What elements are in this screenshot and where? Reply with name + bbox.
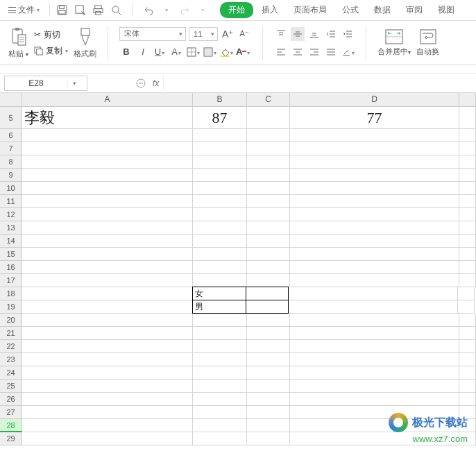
tab-page-layout[interactable]: 页面布局 bbox=[287, 2, 334, 18]
cell[interactable] bbox=[22, 380, 193, 393]
align-right-icon[interactable] bbox=[307, 45, 321, 59]
cell[interactable] bbox=[247, 142, 290, 155]
border-button[interactable] bbox=[186, 45, 200, 59]
row-header[interactable]: 9 bbox=[0, 169, 22, 182]
cell[interactable]: 女 bbox=[192, 287, 246, 300]
tab-view[interactable]: 视图 bbox=[431, 2, 461, 18]
row-header[interactable]: 15 bbox=[0, 248, 22, 261]
row-header[interactable]: 25 bbox=[0, 380, 22, 393]
row-header[interactable]: 18 bbox=[0, 287, 22, 300]
cell[interactable] bbox=[290, 380, 459, 393]
row-header[interactable]: 10 bbox=[0, 182, 22, 195]
cell[interactable]: 87 bbox=[193, 107, 247, 129]
redo-dropdown[interactable]: ▾ bbox=[196, 4, 209, 17]
cell[interactable] bbox=[247, 195, 290, 208]
fx-icon[interactable]: fx bbox=[153, 78, 159, 88]
cell[interactable] bbox=[193, 353, 247, 366]
cell[interactable] bbox=[459, 195, 476, 208]
cell[interactable] bbox=[247, 235, 290, 248]
cell[interactable] bbox=[193, 274, 247, 287]
cell[interactable]: 李毅 bbox=[22, 107, 193, 129]
cell[interactable] bbox=[22, 248, 193, 261]
auto-wrap-button[interactable]: 自动换 bbox=[416, 29, 439, 57]
bold-button[interactable]: B bbox=[119, 45, 133, 59]
cell[interactable] bbox=[459, 327, 476, 340]
cell[interactable] bbox=[459, 353, 476, 366]
cell[interactable] bbox=[247, 129, 290, 142]
cell[interactable] bbox=[290, 274, 459, 287]
cell[interactable] bbox=[290, 393, 459, 406]
merge-center-button[interactable]: 合并居中▾ bbox=[377, 29, 411, 57]
tab-insert[interactable]: 插入 bbox=[255, 2, 285, 18]
increase-indent-icon[interactable] bbox=[341, 27, 355, 41]
increase-font-icon[interactable]: A⁺ bbox=[221, 27, 235, 41]
spreadsheet-grid[interactable]: ABCD 5李毅87776789101112131415161718女19男20… bbox=[0, 93, 476, 445]
cell[interactable] bbox=[459, 142, 476, 155]
cell[interactable] bbox=[290, 142, 459, 155]
cell[interactable] bbox=[247, 432, 290, 445]
cell[interactable] bbox=[193, 432, 247, 445]
cell[interactable] bbox=[193, 419, 247, 432]
format-painter-button[interactable]: 格式刷 bbox=[74, 27, 96, 59]
cell[interactable] bbox=[290, 366, 459, 380]
align-left-icon[interactable] bbox=[274, 45, 288, 59]
row-header[interactable]: 21 bbox=[0, 327, 22, 340]
cell[interactable] bbox=[290, 340, 459, 353]
cut-button[interactable]: ✂ 剪切 bbox=[34, 29, 68, 41]
cell[interactable] bbox=[459, 261, 476, 274]
cell[interactable] bbox=[193, 142, 247, 155]
cell[interactable] bbox=[459, 169, 476, 182]
row-header[interactable]: 14 bbox=[0, 235, 22, 248]
decrease-indent-icon[interactable] bbox=[324, 27, 338, 41]
cell[interactable] bbox=[22, 393, 193, 406]
cell[interactable] bbox=[247, 248, 290, 261]
tab-review[interactable]: 审阅 bbox=[399, 2, 430, 18]
cell[interactable] bbox=[290, 314, 459, 327]
redo-icon[interactable] bbox=[178, 4, 191, 17]
cancel-icon[interactable] bbox=[136, 78, 146, 88]
cell[interactable] bbox=[247, 327, 290, 340]
column-header[interactable] bbox=[459, 93, 476, 107]
cell[interactable] bbox=[290, 221, 459, 235]
save-icon[interactable] bbox=[56, 4, 68, 17]
cell[interactable] bbox=[193, 182, 247, 195]
cell[interactable] bbox=[22, 353, 193, 366]
cell[interactable] bbox=[246, 300, 289, 314]
column-header[interactable]: C bbox=[247, 93, 290, 107]
row-header[interactable]: 13 bbox=[0, 221, 22, 235]
cell[interactable] bbox=[247, 169, 290, 182]
cell[interactable] bbox=[22, 340, 193, 353]
cell[interactable] bbox=[247, 107, 290, 129]
font-size-select[interactable]: 11 bbox=[189, 27, 218, 41]
font-effect-button[interactable]: A bbox=[169, 45, 183, 59]
orientation-icon[interactable] bbox=[341, 45, 355, 59]
cell[interactable] bbox=[459, 248, 476, 261]
cell[interactable] bbox=[247, 419, 290, 432]
cell[interactable] bbox=[22, 406, 193, 419]
tab-formulas[interactable]: 公式 bbox=[335, 2, 366, 18]
align-center-icon[interactable] bbox=[291, 45, 305, 59]
cell[interactable] bbox=[289, 287, 458, 300]
fill-color-button[interactable] bbox=[219, 45, 233, 59]
paste-button[interactable]: 粘贴 ▾ bbox=[8, 27, 28, 59]
font-color-button[interactable]: A bbox=[236, 45, 250, 59]
cell[interactable] bbox=[22, 208, 193, 221]
cell[interactable] bbox=[22, 274, 193, 287]
fill-pattern-button[interactable] bbox=[203, 45, 216, 59]
undo-icon[interactable] bbox=[142, 4, 155, 17]
cell[interactable] bbox=[289, 300, 458, 314]
row-header[interactable]: 8 bbox=[0, 155, 22, 169]
cell[interactable]: 77 bbox=[290, 107, 459, 129]
cell[interactable] bbox=[459, 129, 476, 142]
cell[interactable] bbox=[22, 195, 193, 208]
row-header[interactable]: 12 bbox=[0, 208, 22, 221]
print-icon[interactable] bbox=[92, 4, 104, 17]
cell[interactable] bbox=[193, 155, 247, 169]
row-header[interactable]: 7 bbox=[0, 142, 22, 155]
row-header[interactable]: 17 bbox=[0, 274, 22, 287]
font-name-select[interactable]: 宋体 bbox=[119, 27, 186, 41]
cell[interactable] bbox=[247, 208, 290, 221]
cell[interactable] bbox=[247, 274, 290, 287]
cell[interactable] bbox=[22, 235, 193, 248]
cell[interactable] bbox=[459, 380, 476, 393]
